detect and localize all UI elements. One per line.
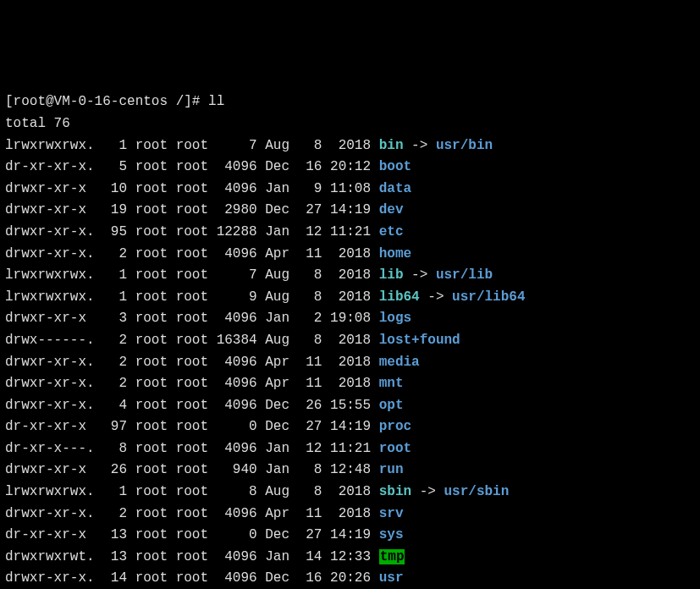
shell-prompt: [root@VM-0-16-centos /]# — [5, 94, 208, 109]
file-name: opt — [379, 398, 404, 413]
file-meta: lrwxrwxrwx. 1 root root 8 Aug 8 2018 — [5, 484, 379, 499]
file-name: run — [379, 462, 404, 477]
file-name: dev — [379, 202, 404, 217]
file-row: lrwxrwxrwx. 1 root root 9 Aug 8 2018 lib… — [5, 287, 695, 309]
file-row: drwxr-xr-x. 2 root root 4096 Apr 11 2018… — [5, 352, 695, 374]
prompt-line[interactable]: [root@VM-0-16-centos /]# ll — [5, 91, 695, 113]
file-row: drwxr-xr-x. 2 root root 4096 Apr 11 2018… — [5, 244, 695, 266]
file-meta: dr-xr-xr-x 97 root root 0 Dec 27 14:19 — [5, 419, 379, 434]
link-target: usr/sbin — [444, 484, 509, 499]
file-row: drwxr-xr-x. 14 root root 4096 Dec 16 20:… — [5, 568, 695, 589]
total-line: total 76 — [5, 113, 695, 135]
file-row: lrwxrwxrwx. 1 root root 8 Aug 8 2018 sbi… — [5, 482, 695, 504]
file-name: root — [379, 441, 411, 456]
link-arrow: -> — [411, 484, 444, 499]
file-name: tmp — [379, 549, 405, 564]
file-meta: drwxr-xr-x. 2 root root 4096 Apr 11 2018 — [5, 376, 379, 391]
file-meta: dr-xr-xr-x. 5 root root 4096 Dec 16 20:1… — [5, 159, 379, 174]
file-meta: drwxr-xr-x 10 root root 4096 Jan 9 11:08 — [5, 181, 379, 196]
file-name: etc — [379, 224, 404, 239]
file-meta: lrwxrwxrwx. 1 root root 9 Aug 8 2018 — [5, 289, 379, 305]
file-meta: drwxr-xr-x 3 root root 4096 Jan 2 19:08 — [5, 311, 379, 326]
file-row: dr-xr-xr-x 13 root root 0 Dec 27 14:19 s… — [5, 525, 695, 547]
link-target: usr/bin — [436, 138, 493, 153]
file-meta: drwx------. 2 root root 16384 Aug 8 2018 — [5, 333, 379, 348]
file-meta: drwxr-xr-x. 2 root root 4096 Apr 11 2018 — [5, 355, 379, 370]
file-row: drwxr-xr-x. 2 root root 4096 Apr 11 2018… — [5, 504, 695, 526]
file-meta: dr-xr-xr-x 13 root root 0 Dec 27 14:19 — [5, 527, 379, 542]
file-meta: drwxr-xr-x. 2 root root 4096 Apr 11 2018 — [5, 246, 379, 261]
file-meta: drwxr-xr-x 19 root root 2980 Dec 27 14:1… — [5, 202, 379, 217]
command-text: ll — [208, 94, 224, 109]
file-row: dr-xr-x---. 8 root root 4096 Jan 12 11:2… — [5, 438, 695, 460]
file-name: sys — [379, 527, 404, 542]
file-meta: dr-xr-x---. 8 root root 4096 Jan 12 11:2… — [5, 441, 379, 456]
file-meta: lrwxrwxrwx. 1 root root 7 Aug 8 2018 — [5, 138, 379, 153]
file-row: dr-xr-xr-x. 5 root root 4096 Dec 16 20:1… — [5, 157, 695, 179]
file-row: lrwxrwxrwx. 1 root root 7 Aug 8 2018 lib… — [5, 265, 695, 287]
file-meta: drwxr-xr-x 26 root root 940 Jan 8 12:48 — [5, 462, 379, 477]
file-name: lib64 — [379, 289, 420, 305]
file-name: boot — [379, 159, 411, 174]
file-row: drwxr-xr-x. 95 root root 12288 Jan 12 11… — [5, 222, 695, 244]
file-row: lrwxrwxrwx. 1 root root 7 Aug 8 2018 bin… — [5, 135, 695, 157]
file-row: drwx------. 2 root root 16384 Aug 8 2018… — [5, 330, 695, 352]
file-row: drwxrwxrwt. 13 root root 4096 Jan 14 12:… — [5, 547, 695, 569]
file-row: drwxr-xr-x. 2 root root 4096 Apr 11 2018… — [5, 373, 695, 395]
file-name: usr — [379, 570, 404, 586]
file-meta: drwxr-xr-x. 95 root root 12288 Jan 12 11… — [5, 224, 379, 239]
file-name: srv — [379, 506, 404, 521]
file-name: logs — [379, 311, 411, 326]
file-name: mnt — [379, 376, 404, 391]
file-name: media — [379, 355, 420, 370]
file-name: data — [379, 181, 411, 196]
link-target: usr/lib — [436, 267, 493, 283]
file-name: bin — [379, 138, 404, 153]
file-meta: drwxr-xr-x. 2 root root 4096 Apr 11 2018 — [5, 506, 379, 521]
link-target: usr/lib64 — [452, 289, 525, 305]
file-row: drwxr-xr-x 10 root root 4096 Jan 9 11:08… — [5, 179, 695, 201]
file-row: drwxr-xr-x. 4 root root 4096 Dec 26 15:5… — [5, 395, 695, 417]
file-meta: drwxrwxrwt. 13 root root 4096 Jan 14 12:… — [5, 549, 379, 564]
file-meta: lrwxrwxrwx. 1 root root 7 Aug 8 2018 — [5, 267, 379, 283]
file-row: drwxr-xr-x 3 root root 4096 Jan 2 19:08 … — [5, 308, 695, 330]
file-name: sbin — [379, 484, 411, 499]
file-row: dr-xr-xr-x 97 root root 0 Dec 27 14:19 p… — [5, 416, 695, 438]
file-row: drwxr-xr-x 19 root root 2980 Dec 27 14:1… — [5, 200, 695, 222]
file-name: lib — [379, 267, 404, 283]
file-listing: lrwxrwxrwx. 1 root root 7 Aug 8 2018 bin… — [5, 135, 695, 589]
file-row: drwxr-xr-x 26 root root 940 Jan 8 12:48 … — [5, 460, 695, 482]
file-meta: drwxr-xr-x. 4 root root 4096 Dec 26 15:5… — [5, 398, 379, 413]
file-meta: drwxr-xr-x. 14 root root 4096 Dec 16 20:… — [5, 570, 379, 586]
link-arrow: -> — [403, 267, 435, 283]
file-name: lost+found — [379, 333, 460, 348]
file-name: proc — [379, 419, 411, 434]
file-name: home — [379, 246, 411, 261]
link-arrow: -> — [420, 289, 452, 305]
link-arrow: -> — [403, 138, 435, 153]
